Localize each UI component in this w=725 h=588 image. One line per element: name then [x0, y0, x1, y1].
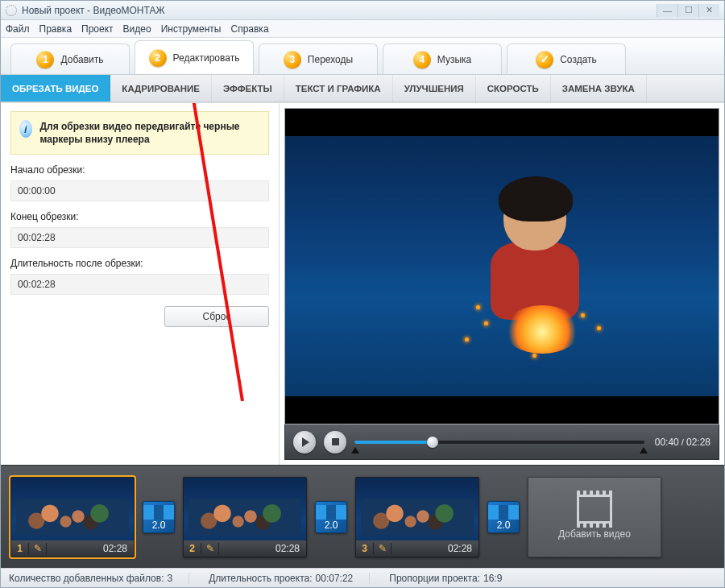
play-icon	[302, 437, 309, 447]
transition-duration: 2.0	[497, 520, 511, 531]
clip-index: 1	[11, 543, 29, 554]
info-icon: i	[19, 120, 32, 138]
add-video-tile[interactable]: Добавить видео	[528, 477, 661, 557]
time-total: 02:28	[686, 437, 710, 448]
status-duration-value: 00:07:22	[316, 573, 354, 584]
status-aspect-value: 16:9	[483, 573, 502, 584]
transition-duration: 2.0	[152, 520, 166, 531]
minimize-button[interactable]: —	[657, 4, 677, 17]
transition-1[interactable]: 2.0	[143, 501, 175, 533]
trim-marker-start[interactable]	[351, 447, 359, 453]
subtab-effects[interactable]: ЭФФЕКТЫ	[212, 75, 284, 101]
video-preview[interactable]	[284, 108, 719, 424]
pencil-icon[interactable]: ✎	[201, 543, 219, 554]
stage-tab-edit[interactable]: 2 Редактировать	[135, 40, 254, 74]
menu-video[interactable]: Видео	[123, 23, 151, 35]
film-icon	[577, 495, 612, 524]
stage-label: Редактировать	[173, 52, 240, 64]
stage-label: Добавить	[60, 54, 103, 65]
hint-text: Для обрезки видео передвигайте черные ма…	[40, 120, 260, 146]
trim-panel: i Для обрезки видео передвигайте черные …	[1, 103, 280, 465]
play-button[interactable]	[293, 431, 316, 453]
timeline[interactable]: 1 ✎ 02:28 2.0 2 ✎ 02:28 2.0 3 ✎ 02:28 2.…	[1, 465, 724, 568]
subtab-crop[interactable]: КАДРИРОВАНИЕ	[110, 75, 212, 101]
status-files-value: 3	[167, 573, 172, 584]
trim-duration-label: Длительность после обрезки:	[10, 258, 269, 269]
status-aspect-label: Пропорции проекта:	[389, 573, 480, 584]
status-files-label: Количество добавленных файлов:	[9, 573, 164, 584]
trim-marker-end[interactable]	[640, 447, 648, 453]
stage-badge-icon: 3	[284, 51, 301, 68]
reset-button[interactable]: Сброс	[164, 306, 269, 327]
seek-bar[interactable]	[354, 435, 644, 449]
player-time: 00:40 / 02:28	[652, 437, 710, 448]
stage-badge-icon: 1	[36, 51, 54, 68]
trim-start-value[interactable]: 00:00:00	[10, 180, 269, 201]
stage-tab-create[interactable]: Создать	[507, 43, 626, 74]
trim-end-label: Конец обрезки:	[10, 211, 269, 222]
menu-tools[interactable]: Инструменты	[161, 23, 222, 35]
subtab-speed[interactable]: СКОРОСТЬ	[476, 75, 551, 101]
maximize-button[interactable]: ☐	[677, 4, 698, 17]
stage-check-icon	[536, 51, 553, 68]
menu-file[interactable]: Файл	[6, 23, 30, 35]
clip-duration: 02:28	[103, 543, 134, 554]
timeline-clip-3[interactable]: 3 ✎ 02:28	[355, 477, 479, 557]
add-video-label: Добавить видео	[558, 528, 631, 540]
stop-icon	[332, 438, 339, 445]
clip-index: 3	[356, 543, 374, 554]
hint-box: i Для обрезки видео передвигайте черные …	[10, 111, 269, 155]
stage-tab-transitions[interactable]: 3 Переходы	[259, 43, 378, 74]
time-current: 00:40	[655, 437, 679, 448]
menu-help[interactable]: Справка	[230, 23, 268, 35]
transition-3[interactable]: 2.0	[487, 501, 520, 533]
statusbar: Количество добавленных файлов:3 Длительн…	[1, 568, 724, 587]
transition-2[interactable]: 2.0	[315, 501, 347, 533]
subtab-text-graphics[interactable]: ТЕКСТ И ГРАФИКА	[284, 75, 393, 101]
menu-project[interactable]: Проект	[81, 23, 114, 35]
stage-label: Создать	[560, 54, 597, 65]
subtab-replace-audio[interactable]: ЗАМЕНА ЗВУКА	[551, 75, 647, 101]
subtab-enhance[interactable]: УЛУЧШЕНИЯ	[393, 75, 476, 101]
clip-duration: 02:28	[276, 543, 306, 554]
preview-frame	[285, 109, 719, 424]
trim-start-label: Начало обрезки:	[10, 164, 269, 176]
app-icon	[6, 5, 17, 16]
menu-edit[interactable]: Правка	[39, 23, 72, 35]
stage-label: Музыка	[437, 54, 471, 65]
stage-badge-icon: 2	[149, 49, 167, 67]
subtab-trim[interactable]: ОБРЕЗАТЬ ВИДЕО	[1, 75, 110, 101]
trim-duration-value: 00:02:28	[10, 274, 269, 295]
player-bar: 00:40 / 02:28	[284, 424, 719, 460]
sub-tabs: ОБРЕЗАТЬ ВИДЕО КАДРИРОВАНИЕ ЭФФЕКТЫ ТЕКС…	[1, 75, 724, 102]
timeline-clip-2[interactable]: 2 ✎ 02:28	[183, 477, 307, 557]
window-title: Новый проект - ВидеоМОНТАЖ	[22, 5, 165, 16]
status-duration-label: Длительность проекта:	[209, 573, 312, 584]
stage-tab-music[interactable]: 4 Музыка	[383, 43, 502, 74]
pencil-icon[interactable]: ✎	[374, 543, 392, 554]
clip-index: 2	[184, 543, 201, 554]
seek-thumb[interactable]	[427, 437, 438, 448]
stage-badge-icon: 4	[413, 51, 431, 68]
transition-duration: 2.0	[325, 520, 338, 531]
stage-tabs: 1 Добавить 2 Редактировать 3 Переходы 4 …	[1, 38, 724, 75]
trim-end-value[interactable]: 00:02:28	[10, 227, 269, 248]
stage-tab-add[interactable]: 1 Добавить	[10, 43, 130, 74]
stop-button[interactable]	[324, 431, 346, 453]
clip-duration: 02:28	[448, 543, 478, 554]
menubar: Файл Правка Проект Видео Инструменты Спр…	[1, 20, 724, 38]
stage-label: Переходы	[308, 54, 353, 65]
pencil-icon[interactable]: ✎	[29, 543, 47, 554]
titlebar: Новый проект - ВидеоМОНТАЖ — ☐ ✕	[1, 1, 724, 20]
close-button[interactable]: ✕	[698, 4, 719, 17]
timeline-clip-1[interactable]: 1 ✎ 02:28	[10, 477, 135, 557]
